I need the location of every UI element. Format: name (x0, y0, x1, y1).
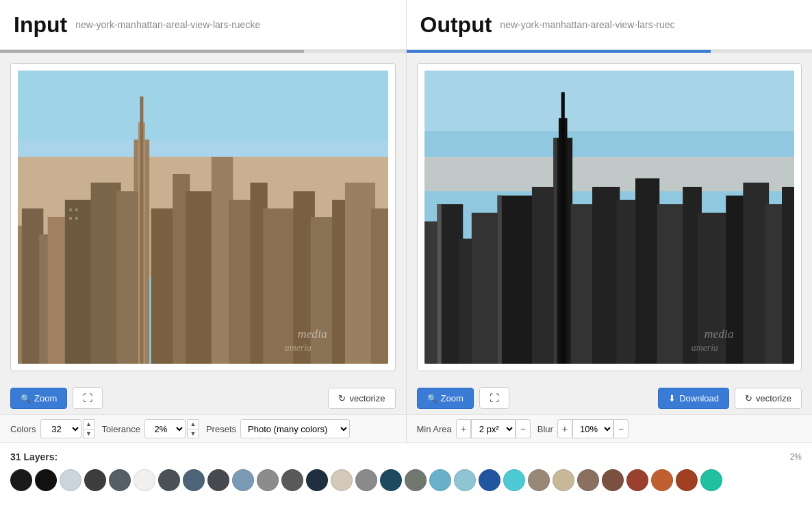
colors-control: Colors 32 16 64 ▲ ▼ (10, 419, 95, 438)
color-swatch-2[interactable] (60, 469, 81, 491)
svg-rect-1 (18, 71, 388, 140)
svg-text:ameria: ameria (691, 342, 718, 353)
color-swatch-8[interactable] (207, 469, 229, 491)
input-header-panel: Input new-york-manhattan-areal-view-lars… (0, 0, 407, 49)
svg-rect-31 (69, 217, 72, 220)
download-button[interactable]: ⬇ Download (658, 388, 729, 409)
color-swatch-7[interactable] (183, 469, 205, 491)
color-swatch-27[interactable] (676, 469, 698, 491)
svg-rect-42 (471, 213, 501, 364)
output-filename: new-york-manhattan-areal-view-lars-ruec (500, 19, 674, 30)
svg-rect-50 (616, 200, 637, 364)
blur-increment-btn[interactable]: + (557, 419, 572, 438)
color-swatch-13[interactable] (331, 469, 353, 491)
svg-rect-49 (592, 187, 620, 364)
output-zoom-label: Zoom (441, 393, 464, 403)
blur-select[interactable]: 10% 5% 20% (572, 419, 613, 438)
tolerance-control: Tolerance 2% 5% 10% ▲ ▼ (102, 419, 199, 438)
tolerance-increment-btn[interactable]: ▲ (187, 419, 199, 429)
colors-increment-btn[interactable]: ▲ (83, 419, 95, 429)
svg-rect-60 (437, 204, 441, 364)
color-swatch-1[interactable] (35, 469, 57, 491)
color-swatch-17[interactable] (429, 469, 451, 491)
svg-rect-14 (116, 191, 138, 364)
svg-rect-17 (186, 191, 216, 364)
output-zoom-icon (427, 393, 437, 403)
presets-select[interactable]: Photo (many colors) Illustration Clip Ar… (240, 419, 350, 438)
svg-text:media: media (298, 327, 327, 340)
color-swatch-15[interactable] (380, 469, 402, 491)
svg-rect-29 (69, 208, 72, 211)
color-swatch-4[interactable] (109, 469, 131, 491)
output-panel: media ameria Zoom ⛶ ⬇ Down (407, 53, 813, 414)
tolerance-decrement-btn[interactable]: ▼ (187, 429, 199, 438)
header-row: Input new-york-manhattan-areal-view-lars… (0, 0, 812, 50)
output-header-panel: Output new-york-manhattan-areal-view-lar… (407, 0, 813, 49)
svg-rect-54 (697, 213, 730, 364)
color-swatch-3[interactable] (84, 469, 106, 491)
input-toolbar: Zoom ⛶ ↻ vectorize (0, 382, 406, 414)
svg-rect-32 (75, 217, 78, 220)
right-controls: Min Area + 2 px² 5 px² 10 px² − Blur + (407, 415, 813, 443)
color-swatch-6[interactable] (158, 469, 180, 491)
min-area-select[interactable]: 2 px² 5 px² 10 px² (471, 419, 516, 438)
svg-rect-30 (75, 208, 78, 211)
presets-label: Presets (206, 424, 236, 434)
svg-rect-61 (497, 196, 501, 364)
zoom-icon (21, 393, 31, 403)
colors-label: Colors (10, 424, 36, 434)
color-swatch-16[interactable] (405, 469, 427, 491)
input-expand-button[interactable]: ⛶ (73, 387, 103, 409)
app-container: Input new-york-manhattan-areal-view-lars… (0, 0, 812, 511)
output-zoom-button[interactable]: Zoom (417, 388, 474, 409)
color-swatch-10[interactable] (257, 469, 279, 491)
color-swatch-25[interactable] (626, 469, 648, 491)
presets-control: Presets Photo (many colors) Illustration… (206, 419, 350, 438)
color-swatch-12[interactable] (306, 469, 328, 491)
color-swatch-22[interactable] (553, 469, 574, 491)
color-swatch-21[interactable] (528, 469, 550, 491)
output-vectorize-button[interactable]: ↻ vectorize (735, 388, 802, 409)
color-swatch-24[interactable] (602, 469, 624, 491)
output-toolbar: Zoom ⛶ ⬇ Download ↻ vectorize (407, 382, 813, 414)
color-swatch-0[interactable] (10, 469, 32, 491)
svg-rect-51 (635, 178, 659, 364)
tolerance-label: Tolerance (102, 424, 140, 434)
min-area-stepper: + 2 px² 5 px² 10 px² − (456, 419, 531, 438)
input-zoom-button[interactable]: Zoom (10, 388, 67, 409)
output-image-area: media ameria (407, 53, 813, 382)
colors-header: 31 Layers: 2% (10, 451, 802, 462)
blur-decrement-btn[interactable]: − (613, 419, 629, 438)
tolerance-select[interactable]: 2% 5% 10% (144, 419, 186, 438)
main-row: media ameria Zoom ⛶ ↻ vect (0, 53, 812, 414)
input-panel: media ameria Zoom ⛶ ↻ vect (0, 53, 407, 414)
color-swatch-23[interactable] (577, 469, 599, 491)
color-swatch-11[interactable] (281, 469, 303, 491)
color-swatch-18[interactable] (454, 469, 476, 491)
colors-select[interactable]: 32 16 64 (40, 419, 81, 438)
color-swatch-14[interactable] (355, 469, 377, 491)
input-vectorize-button[interactable]: ↻ vectorize (328, 388, 395, 409)
output-expand-button[interactable]: ⛶ (479, 387, 509, 409)
color-swatch-19[interactable] (479, 469, 500, 491)
download-label: Download (679, 393, 719, 403)
svg-rect-36 (424, 71, 795, 131)
color-swatch-20[interactable] (503, 469, 525, 491)
colors-decrement-btn[interactable]: ▼ (83, 429, 95, 438)
svg-rect-48 (570, 204, 594, 364)
svg-rect-13 (140, 97, 143, 364)
color-swatch-26[interactable] (651, 469, 673, 491)
blur-control: Blur + 10% 5% 20% − (537, 419, 629, 438)
svg-rect-10 (91, 183, 121, 364)
svg-rect-58 (782, 187, 794, 364)
input-image-frame: media ameria (10, 63, 396, 371)
svg-rect-62 (553, 138, 557, 364)
bottom-controls: Colors 32 16 64 ▲ ▼ Tolerance (0, 414, 812, 443)
min-area-decrement-btn[interactable]: − (516, 419, 531, 438)
color-swatch-5[interactable] (134, 469, 155, 491)
color-swatch-9[interactable] (232, 469, 254, 491)
min-area-increment-btn[interactable]: + (456, 419, 471, 438)
colors-input-group: 32 16 64 ▲ ▼ (40, 419, 95, 438)
tolerance-input-group: 2% 5% 10% ▲ ▼ (144, 419, 199, 438)
color-swatch-28[interactable] (700, 469, 722, 491)
